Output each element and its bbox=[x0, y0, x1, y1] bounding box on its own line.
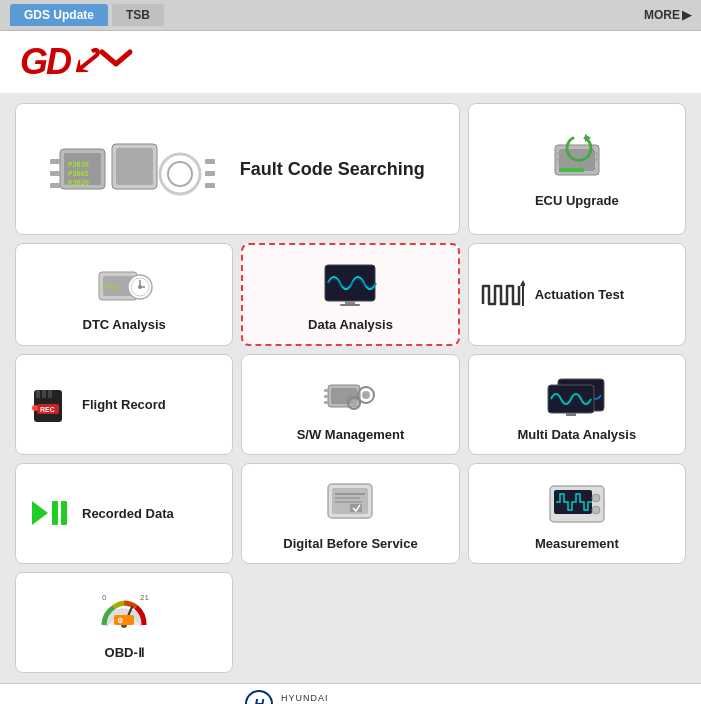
svg-text:0: 0 bbox=[102, 593, 107, 602]
gds-logo: GD⤦ bbox=[20, 41, 98, 83]
recorded-data-label: Recorded Data bbox=[82, 506, 174, 521]
dtc-analysis-card[interactable]: P322 DTC Analysis bbox=[15, 243, 233, 346]
measurement-label: Measurement bbox=[535, 536, 619, 551]
svg-rect-22 bbox=[595, 158, 599, 161]
digital-before-service-label: Digital Before Service bbox=[283, 536, 417, 551]
footer-text: HYUNDAI NEW THINKING. NEW POSSIBILITIES. bbox=[281, 692, 456, 704]
recorded-data-card[interactable]: Recorded Data bbox=[15, 463, 233, 564]
recorded-data-icon bbox=[28, 495, 72, 533]
svg-text:21: 21 bbox=[140, 593, 149, 602]
multi-data-analysis-icon bbox=[544, 367, 609, 419]
svg-rect-21 bbox=[595, 152, 599, 155]
data-analysis-label: Data Analysis bbox=[308, 317, 393, 332]
flight-record-icon: REC bbox=[28, 386, 72, 424]
sw-management-icon bbox=[320, 367, 380, 419]
svg-rect-31 bbox=[325, 265, 375, 301]
svg-text:H: H bbox=[254, 696, 265, 704]
ecu-upgrade-label: ECU Upgrade bbox=[535, 193, 619, 208]
obd2-icon: ⚙ 0 21 bbox=[94, 585, 154, 637]
svg-rect-54 bbox=[566, 413, 576, 416]
svg-rect-56 bbox=[52, 501, 58, 525]
fault-code-label: Fault Code Searching bbox=[240, 159, 425, 180]
fault-code-icon: P3026 P3665 R3026 bbox=[50, 119, 220, 219]
svg-point-67 bbox=[592, 506, 600, 514]
svg-text:R3026: R3026 bbox=[68, 179, 89, 187]
svg-point-66 bbox=[592, 494, 600, 502]
svg-rect-50 bbox=[324, 395, 328, 398]
svg-text:⚙: ⚙ bbox=[117, 617, 123, 624]
sw-management-card[interactable]: S/W Management bbox=[241, 354, 459, 455]
svg-rect-17 bbox=[559, 168, 584, 172]
footer: H HYUNDAI NEW THINKING. NEW POSSIBILITIE… bbox=[0, 683, 701, 704]
hyundai-logo-icon: H bbox=[245, 690, 273, 704]
svg-marker-35 bbox=[520, 280, 525, 286]
main-content: P3026 P3665 R3026 bbox=[0, 93, 701, 683]
logo-chevron-icon bbox=[98, 44, 134, 80]
feature-grid: P3026 P3665 R3026 bbox=[15, 103, 686, 673]
tab-tsb[interactable]: TSB bbox=[112, 4, 164, 26]
svg-marker-55 bbox=[32, 501, 48, 525]
svg-rect-20 bbox=[555, 158, 559, 161]
data-analysis-icon bbox=[320, 257, 380, 309]
actuation-test-card[interactable]: Actuation Test bbox=[468, 243, 686, 346]
obd2-card[interactable]: ⚙ 0 21 OBD-Ⅱ bbox=[15, 572, 233, 673]
obd2-label: OBD-Ⅱ bbox=[105, 645, 144, 660]
more-arrow-icon: ▶ bbox=[682, 8, 691, 22]
svg-point-48 bbox=[351, 400, 357, 406]
svg-rect-9 bbox=[50, 159, 60, 164]
ecu-upgrade-icon bbox=[547, 130, 607, 185]
svg-text:P3665: P3665 bbox=[68, 170, 89, 178]
svg-rect-12 bbox=[205, 159, 215, 164]
svg-rect-19 bbox=[555, 152, 559, 155]
flight-record-card[interactable]: REC Flight Record bbox=[15, 354, 233, 455]
digital-service-icon bbox=[320, 476, 380, 528]
digital-before-service-card[interactable]: Digital Before Service bbox=[241, 463, 459, 564]
svg-rect-11 bbox=[50, 183, 60, 188]
svg-point-8 bbox=[168, 162, 192, 186]
svg-rect-10 bbox=[50, 171, 60, 176]
svg-rect-14 bbox=[205, 183, 215, 188]
svg-rect-13 bbox=[205, 171, 215, 176]
svg-point-46 bbox=[362, 391, 370, 399]
measurement-card[interactable]: Measurement bbox=[468, 463, 686, 564]
svg-rect-51 bbox=[324, 401, 328, 404]
header: GD⤦ bbox=[0, 31, 701, 93]
actuation-test-label: Actuation Test bbox=[535, 287, 624, 302]
dtc-analysis-label: DTC Analysis bbox=[83, 317, 166, 332]
svg-rect-6 bbox=[116, 148, 153, 185]
brand-name: HYUNDAI bbox=[281, 692, 456, 704]
measurement-icon bbox=[546, 476, 608, 528]
flight-record-label: Flight Record bbox=[82, 397, 166, 412]
svg-rect-57 bbox=[61, 501, 67, 525]
data-analysis-card[interactable]: Data Analysis bbox=[241, 243, 459, 346]
fault-code-card[interactable]: P3026 P3665 R3026 bbox=[15, 103, 460, 235]
svg-text:P322: P322 bbox=[105, 283, 120, 290]
top-nav-bar: GDS Update TSB MORE ▶ bbox=[0, 0, 701, 31]
svg-rect-39 bbox=[48, 390, 52, 398]
svg-text:REC: REC bbox=[40, 406, 55, 413]
svg-rect-38 bbox=[42, 390, 46, 398]
svg-point-7 bbox=[160, 154, 200, 194]
dtc-analysis-icon: P322 bbox=[94, 257, 154, 309]
actuation-test-icon bbox=[481, 276, 525, 314]
sw-management-label: S/W Management bbox=[297, 427, 405, 442]
multi-data-analysis-card[interactable]: Multi Data Analysis bbox=[468, 354, 686, 455]
svg-point-42 bbox=[32, 405, 38, 411]
svg-rect-49 bbox=[324, 389, 328, 392]
more-button[interactable]: MORE ▶ bbox=[644, 8, 691, 22]
ecu-upgrade-card[interactable]: ECU Upgrade bbox=[468, 103, 686, 235]
svg-point-30 bbox=[138, 285, 142, 289]
svg-rect-33 bbox=[340, 304, 360, 306]
multi-data-analysis-label: Multi Data Analysis bbox=[517, 427, 636, 442]
svg-text:P3026: P3026 bbox=[68, 161, 89, 169]
svg-rect-37 bbox=[36, 390, 40, 398]
tab-gds-update[interactable]: GDS Update bbox=[10, 4, 108, 26]
